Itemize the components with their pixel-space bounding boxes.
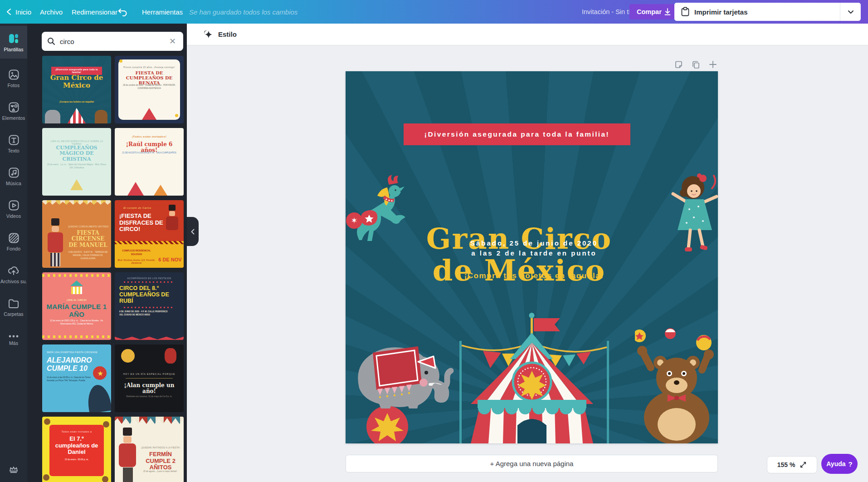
style-tab-label[interactable]: Estilo xyxy=(218,30,237,38)
add-page-icon-button[interactable] xyxy=(707,59,718,70)
sidebar-item-texto[interactable]: Texto xyxy=(0,128,27,160)
thumb-title: CIRCO DEL 8.° CUMPLEAÑOS DE RUBÍ xyxy=(119,285,173,304)
mini-dotted-line xyxy=(124,281,175,283)
thumb-title: FIESTA CIRCENSE DE MANUEL xyxy=(68,230,108,248)
mini-star xyxy=(175,114,178,117)
sidebar-rail: Plantillas Fotos Elementos Te xyxy=(0,24,27,482)
template-thumb-daniel[interactable]: Todos están invitados a El 7.º cumpleaño… xyxy=(42,417,111,482)
thumb-eyebrow: HOY ES UN DÍA ESPECIAL PORQUE xyxy=(117,373,181,375)
help-button[interactable]: Ayuda ? xyxy=(821,454,858,474)
print-cards-button[interactable]: Imprimir tarjetas xyxy=(674,7,840,17)
thumb-title: ¡Alan cumple un año! xyxy=(118,383,180,395)
sidebar-item-label: Carpetas xyxy=(4,311,23,317)
mini-star: ★ xyxy=(98,369,103,378)
print-cards-button-group: Imprimir tarjetas xyxy=(674,3,861,21)
mini-dotted-border xyxy=(42,274,111,277)
thumb-sub: COMPLEJO RESIDENCIAL SOLEDAD xyxy=(117,249,156,256)
thumb-eyebrow: ¡QUEDAN INVITADOS A LA FIESTA! xyxy=(138,447,183,449)
template-thumb-manuel[interactable]: QUEDAS CORDIALMENTE INVITADO FIESTA CIRC… xyxy=(42,200,111,268)
sidebar-item-fotos[interactable]: Fotos xyxy=(0,62,27,95)
sidebar-item-label: Fotos xyxy=(8,83,20,88)
template-thumb-maria[interactable]: ¡VEN AL CIRCO! MARÍA CUMPLE 1 AÑO 12 de … xyxy=(42,272,111,340)
search-icon xyxy=(47,37,55,45)
back-label: Inicio xyxy=(15,8,31,16)
sidebar-item-carpetas[interactable]: Carpetas xyxy=(0,291,27,324)
back-to-home-button[interactable]: Inicio xyxy=(6,8,31,16)
more-dots-icon xyxy=(8,334,20,338)
sidebar-item-label: Elementos xyxy=(2,115,25,121)
thumb-sub2: Blvd. Hombres Ilustres 123, Fresnillo, Z… xyxy=(117,259,156,264)
duplicate-icon xyxy=(692,60,700,69)
thumb-sub: 21 DE AGOSTO A LAS DOCE P. M. · SALA CUM… xyxy=(119,152,179,155)
sidebar-item-elementos[interactable]: Elementos xyxy=(0,95,27,128)
template-thumb-disfraces[interactable]: El cumple de Carlos ¡FIESTA DE DISFRACES… xyxy=(115,200,184,268)
download-button[interactable] xyxy=(662,4,673,20)
chevron-left-icon xyxy=(6,8,11,15)
fullscreen-icon[interactable] xyxy=(800,461,807,468)
clear-search-icon[interactable]: ✕ xyxy=(167,35,178,47)
zoom-level-value[interactable]: 155 % xyxy=(777,461,795,468)
thumb-title: CUMPLEAÑOS MÁGICO DE CRISTINA xyxy=(46,145,107,162)
mini-tent xyxy=(142,108,156,120)
template-thumb-cristina[interactable]: ¡VEN AL MEJOR ESPECTÁCULO SOBRE LA TIERR… xyxy=(42,128,111,196)
circus-horse-illustration xyxy=(346,172,414,251)
sidebar-item-musica[interactable]: Música xyxy=(0,160,27,193)
mini-ringmaster xyxy=(47,218,65,268)
sidebar-item-plantillas[interactable]: Plantillas xyxy=(0,26,27,59)
collapse-panel-button[interactable] xyxy=(187,217,199,246)
mini-monkey xyxy=(44,418,50,425)
template-thumb-renata[interactable]: Pronto cumplirá 15 años. ¡Festeja conmig… xyxy=(115,56,184,123)
mini-monkey xyxy=(103,421,109,428)
undo-icon xyxy=(118,7,128,16)
search-input[interactable] xyxy=(60,38,167,45)
menu-archivo[interactable]: Archivo xyxy=(40,8,63,16)
add-new-page-button[interactable]: + Agrega una nueva página xyxy=(346,455,718,472)
thumb-sub: 4 DE AGOSTO · 6:00 P. M. · TERRAZA DE MA… xyxy=(68,251,108,260)
template-thumb-fermin[interactable]: ¡QUEDAN INVITADOS A LA FIESTA! FERMÍN CU… xyxy=(115,417,184,482)
sidebar-item-archivos-subidos[interactable]: Archivos su... xyxy=(0,258,27,291)
thumb-title: ALEJANDRO CUMPLE 10 xyxy=(47,356,98,373)
duplicate-page-button[interactable] xyxy=(690,59,701,70)
sidebar-item-mas[interactable]: Más xyxy=(0,324,27,356)
editor-canvas: Estilo xyxy=(187,24,868,482)
mini-rule xyxy=(126,378,173,379)
thumb-title: FERMÍN CUMPLE 2 AÑITOS xyxy=(139,451,182,471)
mini-elephant xyxy=(45,110,60,123)
design-page[interactable]: ¡Diversión asegurada para toda la famili… xyxy=(346,71,718,443)
design-title-line2: de México xyxy=(346,255,705,286)
sidebar-item-videos[interactable]: Videos xyxy=(0,193,27,226)
add-notes-button[interactable] xyxy=(673,59,684,70)
thumb-sub: 15 de agosto · ¡Luce tu mejor disfraz! xyxy=(139,470,181,473)
plantillas-icon xyxy=(8,33,20,44)
background-icon xyxy=(8,232,20,244)
elements-icon xyxy=(8,102,20,113)
thumb-sub: Diviértete con nosotros, 31 de mayo de 6… xyxy=(119,395,179,398)
sparkle-icon xyxy=(203,30,213,39)
design-banner[interactable]: ¡Diversión asegurada para toda la famili… xyxy=(404,123,630,145)
template-thumb-gran-circo[interactable]: ¡Diversión asegurada para toda la famili… xyxy=(42,56,111,123)
template-thumb-rubi[interactable]: ACOMPÁÑANOS EN LOS FESTEJOS CIRCO DEL 8.… xyxy=(115,272,184,340)
chevron-down-icon xyxy=(848,10,854,14)
mini-tent xyxy=(154,185,167,196)
music-icon xyxy=(8,167,20,178)
plus-icon xyxy=(709,60,717,69)
mini-tent xyxy=(127,182,144,196)
menu-redimensionar[interactable]: Redimensionar xyxy=(72,8,117,16)
style-tab-bar: Estilo xyxy=(187,24,868,45)
menu-herramientas[interactable]: Herramientas xyxy=(142,8,183,16)
thumb-eyebrow: Pronto cumplirá 15 años. ¡Festeja conmig… xyxy=(117,66,181,69)
topbar: Inicio Archivo Redimensionar Herramienta… xyxy=(0,0,868,24)
mini-hatch xyxy=(115,241,184,244)
design-cta-text[interactable]: ¡Compra tus boletos en taquilla! xyxy=(348,271,718,280)
template-thumb-alejandro[interactable]: SERÁ UNA DIVERTIDA FIESTA CIRCENSE ALEJA… xyxy=(42,344,111,412)
print-options-dropdown[interactable] xyxy=(840,3,861,21)
design-banner-text: ¡Diversión asegurada para toda la famili… xyxy=(424,130,610,138)
crown-icon xyxy=(9,465,19,473)
sidebar-item-fondo[interactable]: Fondo xyxy=(0,226,27,258)
mini-scallop xyxy=(115,334,184,340)
template-thumb-alan[interactable]: HOY ES UN DÍA ESPECIAL PORQUE ¡Alan cump… xyxy=(115,344,184,412)
print-cards-icon xyxy=(681,7,690,17)
premium-crown-button[interactable] xyxy=(0,460,27,478)
undo-button[interactable] xyxy=(117,6,129,18)
template-thumb-raul[interactable]: ¡Todos están invitados! ¡Raúl cumple 6 a… xyxy=(115,128,184,196)
